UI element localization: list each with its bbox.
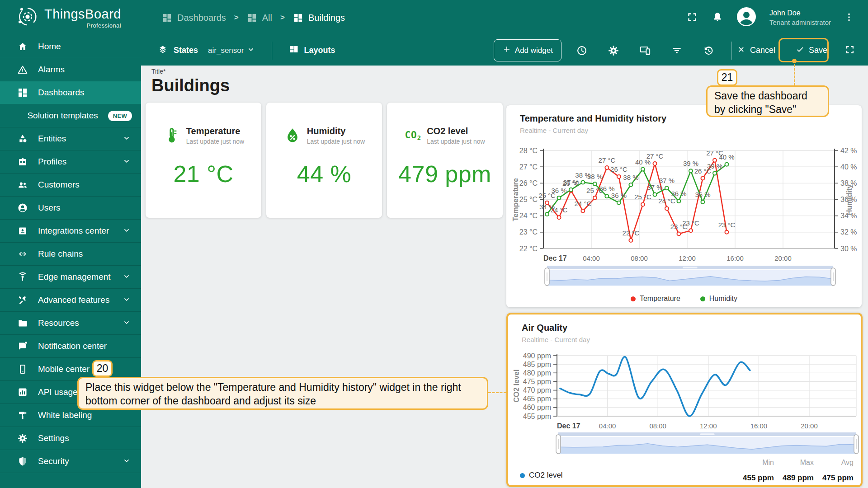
states-label: States [174, 46, 198, 55]
svg-text:30 %: 30 % [840, 245, 857, 253]
breadcrumb: Dashboards>All>Buildings [162, 13, 345, 23]
chart-legend: Temperature Humidity [506, 295, 862, 303]
sidebar-item-resources[interactable]: Resources [0, 312, 141, 335]
connector-dashed-line-horizontal [488, 392, 506, 393]
avatar[interactable] [736, 6, 757, 29]
filters-button[interactable] [670, 44, 684, 57]
avatar-icon [736, 6, 757, 27]
legend-item-co2[interactable]: CO2 level [520, 471, 563, 480]
home-icon [17, 41, 28, 52]
legend-label: Temperature [640, 295, 680, 303]
sidebar-item-rule-chains[interactable]: Rule chains [0, 243, 141, 266]
sidebar-item-edge-management[interactable]: Edge management [0, 266, 141, 289]
temperature-humidity-widget[interactable]: Temperature and Humidity history Realtim… [506, 105, 862, 307]
dashboards-icon [162, 13, 172, 23]
notifications-button[interactable] [711, 10, 724, 25]
sidebar-item-solution-templates[interactable]: Solution templatesNEW [0, 104, 141, 127]
svg-text:22 °C: 22 °C [519, 245, 538, 253]
toolbar-divider [272, 42, 272, 60]
sidebar-item-notification-center[interactable]: Notification center [0, 335, 141, 358]
profiles-icon [17, 156, 28, 167]
warning-icon [17, 64, 28, 75]
new-badge: NEW [108, 111, 132, 121]
svg-text:36 %: 36 % [611, 192, 627, 199]
dashboards-icon [17, 87, 28, 98]
sidebar-item-alarms[interactable]: Alarms [0, 58, 141, 81]
integration-icon [17, 225, 28, 236]
breadcrumb-label: All [262, 13, 272, 23]
callout-20-text: Place this widget below the "Temperature… [77, 377, 488, 410]
sidebar-item-entities[interactable]: Entities [0, 127, 141, 150]
svg-text:25 °C: 25 °C [634, 193, 651, 201]
chevron-icon [246, 45, 255, 54]
dashboard-title-input[interactable]: Buildings [151, 76, 230, 95]
sidebar-item-label: Profiles [38, 157, 66, 167]
sidebar-item-settings[interactable]: Settings [0, 427, 141, 450]
toolbar-fullscreen-button[interactable] [844, 43, 856, 57]
navigator-handle-left[interactable] [556, 435, 561, 454]
thingsboard-logo[interactable]: ThingsBoard Professional [0, 5, 141, 31]
time-window-button[interactable] [575, 44, 589, 57]
version-control-button[interactable] [702, 44, 715, 57]
sidebar-item-profiles[interactable]: Profiles [0, 150, 141, 174]
fullscreen-button[interactable] [685, 10, 699, 25]
breadcrumb-separator: > [232, 13, 241, 22]
svg-text:08:00: 08:00 [631, 254, 648, 262]
sidebar-item-home[interactable]: Home [0, 35, 141, 58]
card-co2-level[interactable]: CO2CO2 levelLast update just now479 ppm [387, 103, 503, 218]
check-icon [795, 45, 805, 54]
header-actions: John Doe Tenant administrator [685, 6, 868, 29]
breadcrumb-item-dashboards[interactable]: Dashboards [162, 13, 226, 23]
legend-item-humidity[interactable]: Humidity [700, 295, 737, 303]
sidebar-item-dashboards[interactable]: Dashboards [0, 81, 141, 104]
chart-stats: Min455 ppm Max489 ppm Avg475 ppm [734, 459, 854, 483]
sidebar-item-integrations-center[interactable]: Integrations center [0, 220, 141, 243]
air-quality-widget[interactable]: Air Quality Realtime - Current day 490 p… [506, 313, 863, 487]
card-title: Temperature [186, 126, 244, 136]
breadcrumb-item-all[interactable]: All [247, 13, 272, 23]
svg-text:04:00: 04:00 [583, 254, 600, 262]
breadcrumb-item-buildings[interactable]: Buildings [293, 13, 345, 23]
sidebar-item-advanced-features[interactable]: Advanced features [0, 289, 141, 312]
card-value: 479 ppm [387, 160, 503, 188]
toolbar-divider-2 [731, 42, 732, 60]
card-subtitle: Last update just now [307, 138, 365, 145]
save-button[interactable]: Save [785, 39, 837, 62]
sidebar-item-security[interactable]: Security [0, 450, 141, 473]
card-humidity[interactable]: HumidityLast update just now44 % [266, 103, 382, 218]
close-icon [736, 45, 746, 54]
gear-icon [17, 433, 28, 444]
fullscreen-icon [686, 11, 698, 24]
sidebar-item-label: API usage [38, 387, 78, 397]
cancel-button[interactable]: Cancel [736, 45, 775, 56]
dashboard-settings-button[interactable] [607, 44, 620, 57]
fullscreen-icon [844, 44, 855, 55]
person-icon [17, 202, 28, 213]
chevron-down-icon [122, 295, 131, 305]
sidebar-item-users[interactable]: Users [0, 197, 141, 220]
legend-item-temperature[interactable]: Temperature [631, 295, 680, 303]
svg-text:40 %: 40 % [840, 163, 857, 171]
svg-text:Temperature: Temperature [512, 178, 519, 221]
add-widget-button[interactable]: Add widget [494, 39, 561, 61]
card-temperature[interactable]: TemperatureLast update just now21 °C [146, 103, 261, 218]
svg-text:40 %: 40 % [719, 153, 734, 161]
navigator-handle-left[interactable] [545, 268, 549, 286]
entity-aliases-button[interactable] [638, 44, 652, 57]
svg-text:490 ppm: 490 ppm [523, 352, 551, 360]
layouts-button[interactable]: Layouts [288, 44, 335, 57]
sidebar-item-customers[interactable]: Customers [0, 174, 141, 197]
bell-icon [712, 11, 723, 24]
navigator-handle-right[interactable] [854, 435, 859, 454]
svg-text:34 %: 34 % [539, 203, 555, 211]
humidity-drop-icon [283, 127, 302, 145]
state-select[interactable]: air_sensor [208, 45, 255, 56]
co2-icon: CO2 [405, 130, 421, 141]
svg-text:08:00: 08:00 [649, 422, 666, 430]
svg-text:36 %: 36 % [551, 187, 566, 194]
more-menu-button[interactable] [843, 11, 855, 25]
svg-text:Dec 17: Dec 17 [557, 422, 580, 430]
svg-text:36 %: 36 % [671, 190, 686, 197]
navigator-handle-right[interactable] [831, 268, 835, 286]
chart-icon [17, 387, 28, 398]
